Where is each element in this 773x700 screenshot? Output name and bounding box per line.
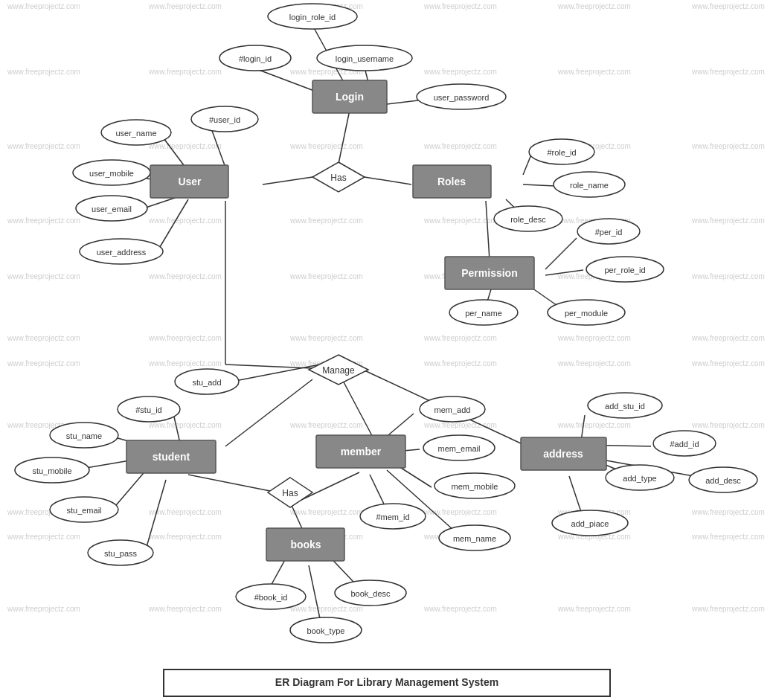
svg-line-11 xyxy=(158,199,188,251)
watermark: www.freeprojectz.com xyxy=(557,2,631,10)
watermark: www.freeprojectz.com xyxy=(289,508,363,516)
svg-line-4 xyxy=(339,110,350,164)
attr-stu-add-label: stu_add xyxy=(192,378,221,387)
entity-student-label: student xyxy=(153,451,190,463)
watermark: www.freeprojectz.com xyxy=(423,68,497,76)
attr-add-place-label: add_piace xyxy=(571,519,609,528)
attr-login-id-label: #login_id xyxy=(239,54,272,63)
watermark: www.freeprojectz.com xyxy=(557,605,631,613)
attr-add-stu-id-label: add_stu_id xyxy=(605,402,645,411)
attr-per-role-id-label: per_role_id xyxy=(604,266,645,274)
entity-user-label: User xyxy=(178,176,202,187)
attr-mem-email-label: mem_email xyxy=(438,444,481,453)
attr-stu-id-label: #stu_id xyxy=(135,405,161,414)
attr-mem-name-label: mem_name xyxy=(453,534,496,543)
svg-line-23 xyxy=(342,379,376,443)
attr-add-id-label: #add_id xyxy=(670,440,699,449)
watermark: www.freeprojectz.com xyxy=(148,216,222,225)
svg-line-33 xyxy=(301,472,359,500)
watermark: www.freeprojectz.com xyxy=(289,605,363,613)
watermark: www.freeprojectz.com xyxy=(423,605,497,613)
attr-add-type-label: add_type xyxy=(623,474,656,483)
svg-line-22 xyxy=(225,379,312,446)
watermark: www.freeprojectz.com xyxy=(557,334,631,342)
attr-mem-add-label: mem_add xyxy=(434,405,471,414)
watermark: www.freeprojectz.com xyxy=(691,216,765,225)
attr-stu-mobile-label: stu_mobile xyxy=(32,466,71,475)
attr-user-mobile-label: user_mobile xyxy=(89,169,134,178)
watermark: www.freeprojectz.com xyxy=(423,421,497,429)
attr-mem-mobile-label: mem_mobile xyxy=(452,482,498,491)
watermark: www.freeprojectz.com xyxy=(691,142,765,150)
svg-line-6 xyxy=(365,177,411,184)
watermark: www.freeprojectz.com xyxy=(7,216,80,225)
watermark: www.freeprojectz.com xyxy=(557,359,631,367)
attr-stu-email-label: stu_email xyxy=(66,506,101,515)
watermark: www.freeprojectz.com xyxy=(7,142,80,150)
watermark: www.freeprojectz.com xyxy=(691,68,765,76)
watermark: www.freeprojectz.com xyxy=(557,68,631,76)
attr-user-email-label: user_email xyxy=(92,205,132,213)
watermark: www.freeprojectz.com xyxy=(423,142,497,150)
watermark: www.freeprojectz.com xyxy=(7,334,80,342)
relationship-manage-label: Manage xyxy=(322,365,355,376)
relationship-has-login-label: Has xyxy=(330,173,346,183)
watermark: www.freeprojectz.com xyxy=(148,508,222,516)
attr-user-name-label: user_name xyxy=(115,129,156,138)
watermark: www.freeprojectz.com xyxy=(148,359,222,367)
svg-line-12 xyxy=(523,155,531,175)
attr-book-desc-label: book_desc xyxy=(350,589,391,598)
watermark: www.freeprojectz.com xyxy=(691,2,765,10)
svg-line-5 xyxy=(263,177,312,184)
entity-roles-label: Roles xyxy=(437,176,466,187)
watermark: www.freeprojectz.com xyxy=(289,272,363,280)
watermark: www.freeprojectz.com xyxy=(289,216,363,225)
svg-line-46 xyxy=(309,565,321,626)
watermark: www.freeprojectz.com xyxy=(289,334,363,342)
attr-stu-name-label: stu_name xyxy=(66,431,102,440)
watermark: www.freeprojectz.com xyxy=(423,216,497,225)
attr-book-type-label: book_type xyxy=(307,626,345,635)
svg-line-3 xyxy=(387,100,418,104)
watermark: www.freeprojectz.com xyxy=(691,334,765,342)
attr-user-password-label: user_password xyxy=(434,93,490,102)
title-text: ER Diagram For Library Management System xyxy=(275,676,498,688)
entity-books-label: books xyxy=(290,539,321,550)
watermark: www.freeprojectz.com xyxy=(691,533,765,541)
attr-login-role-id-label: login_role_id xyxy=(289,13,336,22)
watermark: www.freeprojectz.com xyxy=(557,421,631,429)
er-diagram: www.freeprojectz.com www.freeprojectz.co… xyxy=(0,0,773,700)
watermark: www.freeprojectz.com xyxy=(691,605,765,613)
entity-member-label: member xyxy=(341,446,382,457)
watermark: www.freeprojectz.com xyxy=(148,421,222,429)
watermark: www.freeprojectz.com xyxy=(148,142,222,150)
watermark: www.freeprojectz.com xyxy=(7,359,80,367)
attr-book-id-label: #book_id xyxy=(254,593,288,602)
attr-per-name-label: per_name xyxy=(465,309,502,318)
attr-per-module-label: per_module xyxy=(565,309,608,318)
watermark: www.freeprojectz.com xyxy=(148,334,222,342)
watermark: www.freeprojectz.com xyxy=(691,272,765,280)
watermark: www.freeprojectz.com xyxy=(7,605,80,613)
watermark: www.freeprojectz.com xyxy=(289,142,363,150)
svg-line-31 xyxy=(188,475,270,491)
watermark: www.freeprojectz.com xyxy=(148,2,222,10)
attr-per-id-label: #per_id xyxy=(595,228,623,237)
attr-user-address-label: user_address xyxy=(97,248,147,257)
attr-user-id-label: #user_id xyxy=(209,115,240,124)
watermark: www.freeprojectz.com xyxy=(148,605,222,613)
relationship-has-books-label: Has xyxy=(282,488,298,498)
attr-mem-id-label: #mem_id xyxy=(376,513,409,521)
attr-login-username-label: login_username xyxy=(336,54,394,63)
watermark: www.freeprojectz.com xyxy=(7,2,80,10)
attr-add-desc-label: add_desc xyxy=(705,476,741,485)
svg-line-16 xyxy=(545,238,577,269)
attr-role-desc-label: role_desc xyxy=(510,215,546,224)
watermark: www.freeprojectz.com xyxy=(148,272,222,280)
watermark: www.freeprojectz.com xyxy=(423,334,497,342)
watermark: www.freeprojectz.com xyxy=(289,421,363,429)
watermark: www.freeprojectz.com xyxy=(423,359,497,367)
watermark: www.freeprojectz.com xyxy=(7,533,80,541)
attr-stu-pass-label: stu_pass xyxy=(104,549,138,558)
watermark: www.freeprojectz.com xyxy=(691,508,765,516)
